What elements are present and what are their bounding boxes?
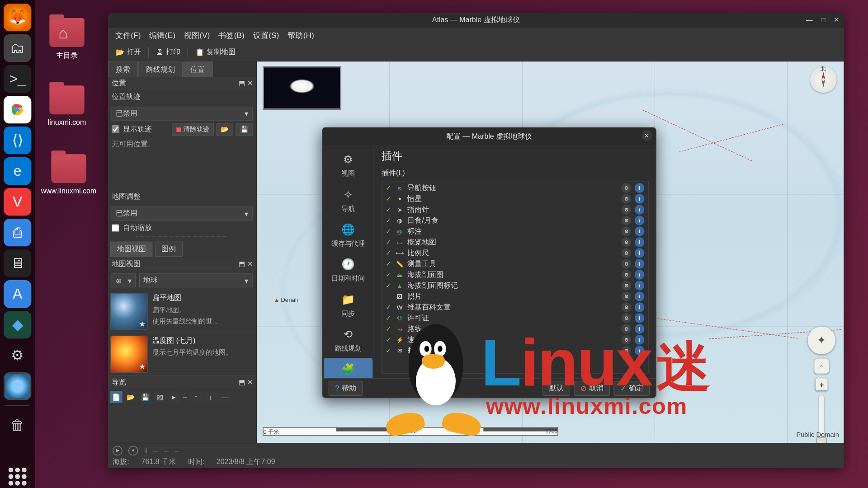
projection-combo[interactable]: ⊕▾ xyxy=(112,273,136,287)
plugin-info-button[interactable]: i xyxy=(635,205,644,214)
dock-terminal[interactable]: >_ xyxy=(4,65,31,93)
dialog-titlebar[interactable]: 配置 — Marble 虚拟地球仪 ✕ xyxy=(322,128,656,145)
nav-pan[interactable]: ✦ xyxy=(808,327,835,354)
map-theme-atlas[interactable]: ★ 扁平地图扁平地图。使用矢量线绘制的世... xyxy=(108,291,256,333)
copy-map-button[interactable]: 📋复制地图 xyxy=(192,45,239,59)
dock-vivaldi[interactable]: V xyxy=(4,188,31,216)
plugin-config-button[interactable]: ⚙ xyxy=(622,194,631,203)
plugin-info-button[interactable]: i xyxy=(635,302,644,312)
auto-zoom-checkbox[interactable] xyxy=(112,224,119,232)
plugin-row[interactable]: ✓▲海拔剖面图标记⚙i xyxy=(383,280,647,291)
plugin-row[interactable]: ✓✦恒星⚙i xyxy=(383,193,647,204)
tab-search[interactable]: 搜索 xyxy=(108,61,138,77)
plugin-config-button[interactable]: ⚙ xyxy=(622,335,631,344)
plugin-row[interactable]: ✓📏测量工具⚙i xyxy=(383,258,647,269)
plugin-config-button[interactable]: ⚙ xyxy=(622,302,631,312)
dock-files[interactable]: 🗂 xyxy=(4,34,31,62)
open-button[interactable]: 📂打开 xyxy=(112,45,145,59)
sidebar-item-routing[interactable]: ⟲路线规划 xyxy=(324,323,373,357)
plugin-row[interactable]: ✓▭概览地图⚙i xyxy=(383,237,647,248)
tab-map-view[interactable]: 地图视图 xyxy=(110,242,152,257)
dock-settings[interactable]: ⚙ xyxy=(4,342,31,369)
plugin-info-button[interactable]: i xyxy=(635,259,644,268)
plugin-list[interactable]: ✓⎋导航按钮⚙i✓✦恒星⚙i✓➤指南针⚙i✓◑日食/月食⚙i✓◎标注⚙i✓▭概览… xyxy=(382,181,649,374)
tab-position[interactable]: 位置 xyxy=(183,61,213,77)
map-adjust-combo[interactable]: 已禁用▾ xyxy=(112,206,253,221)
dock-firefox[interactable]: 🦊 xyxy=(4,4,31,31)
map-theme-temp[interactable]: ★ 温度图 (七月)显示七月平均温度的地图。 xyxy=(108,333,256,376)
dock-software[interactable]: A xyxy=(4,280,31,308)
plugin-info-button[interactable]: i xyxy=(635,226,644,236)
plugin-row[interactable]: ✓◎标注⚙i xyxy=(383,226,647,237)
nav-remove-icon[interactable]: — xyxy=(219,391,231,403)
plugin-config-button[interactable]: ⚙ xyxy=(622,259,631,268)
dock-retro[interactable]: 🖥 xyxy=(4,249,31,277)
plugin-config-button[interactable]: ⚙ xyxy=(622,205,631,214)
dock-vscode[interactable]: ⟨⟩ xyxy=(4,127,31,154)
close-icon[interactable]: ✕ xyxy=(247,260,253,268)
desktop-folder-2[interactable]: www.linuxmi.com xyxy=(39,154,99,195)
cancel-button[interactable]: ⊘取消 xyxy=(574,381,610,396)
plugin-config-button[interactable]: ⚙ xyxy=(622,226,631,236)
dialog-close-button[interactable]: ✕ xyxy=(642,130,652,141)
minimize-button[interactable]: — xyxy=(806,16,813,24)
menu-help[interactable]: 帮助(H) xyxy=(284,29,318,42)
nav-home-button[interactable]: ⌂ xyxy=(814,359,829,374)
dock-marble[interactable] xyxy=(4,372,31,400)
plugin-row[interactable]: ✓W维基百科文章⚙i xyxy=(383,302,647,313)
compass-widget[interactable]: 北 xyxy=(810,66,837,93)
time-scrubber-icon[interactable]: ⦀ xyxy=(144,446,147,455)
dock-screenshot[interactable]: ⎙ xyxy=(4,219,31,246)
ok-button[interactable]: ✓确定 xyxy=(613,381,650,396)
sidebar-item-sync[interactable]: 📁同步 xyxy=(324,288,373,322)
nav-file-icon[interactable]: 📄 xyxy=(110,391,123,403)
close-button[interactable]: ✕ xyxy=(834,16,839,24)
plugin-info-button[interactable]: i xyxy=(635,270,644,279)
position-provider-combo[interactable]: 已禁用▾ xyxy=(112,107,253,121)
star-icon[interactable]: ★ xyxy=(139,319,146,328)
defaults-button[interactable]: 默认 xyxy=(542,381,570,396)
sidebar-item-cache[interactable]: 🌐缓存与代理 xyxy=(324,218,373,252)
tab-routing[interactable]: 路线规划 xyxy=(138,61,183,77)
plugin-row[interactable]: ✓©许可证⚙i xyxy=(383,313,647,324)
print-button[interactable]: 🖶打印 xyxy=(152,45,184,59)
dock-trash[interactable]: 🗑 xyxy=(4,412,31,439)
plugin-row[interactable]: ✓➤指南针⚙i xyxy=(383,204,647,215)
sidebar-item-nav[interactable]: ✧导航 xyxy=(324,183,373,217)
plugin-row[interactable]: ✓⟷比例尺⚙i xyxy=(383,248,647,258)
plugin-config-button[interactable]: ⚙ xyxy=(622,281,631,290)
detach-icon[interactable]: ⬒ xyxy=(239,260,245,268)
nav-open-icon[interactable]: 📂 xyxy=(125,391,137,403)
plugin-info-button[interactable]: i xyxy=(635,291,644,301)
dock-chrome[interactable] xyxy=(4,96,31,123)
plugin-config-button[interactable]: ⚙ xyxy=(622,216,631,225)
nav-down-icon[interactable]: ↓ xyxy=(204,391,217,403)
overview-map[interactable] xyxy=(263,66,341,110)
play-button[interactable]: ▶ xyxy=(113,446,122,455)
tab-legend[interactable]: 图例 xyxy=(155,242,183,257)
maximize-button[interactable]: □ xyxy=(821,16,825,24)
close-panel-icon[interactable]: ✕ xyxy=(247,80,253,87)
celestial-combo[interactable]: 地球▾ xyxy=(139,273,253,287)
plugin-row[interactable]: ✓⛰海拔剖面图⚙i xyxy=(383,269,647,280)
record-button[interactable]: ● xyxy=(128,446,138,455)
plugin-row[interactable]: 🖼照片⚙i xyxy=(383,291,647,302)
plugin-info-button[interactable]: i xyxy=(635,346,644,355)
plugin-config-button[interactable]: ⚙ xyxy=(622,346,631,355)
desktop-home[interactable]: ⌂ 主目录 xyxy=(43,18,91,61)
plugin-row[interactable]: ✓⎋导航按钮⚙i xyxy=(383,183,647,193)
plugin-config-button[interactable]: ⚙ xyxy=(622,237,631,247)
help-button[interactable]: ?帮助 xyxy=(329,381,363,396)
menu-settings[interactable]: 设置(S) xyxy=(250,29,283,42)
plugin-info-button[interactable]: i xyxy=(635,237,644,247)
plugin-config-button[interactable]: ⚙ xyxy=(622,183,631,192)
plugin-info-button[interactable]: i xyxy=(635,183,644,192)
plugin-info-button[interactable]: i xyxy=(635,335,644,344)
zoom-handle[interactable] xyxy=(816,437,827,443)
plugin-config-button[interactable]: ⚙ xyxy=(622,324,631,333)
plugin-config-button[interactable]: ⚙ xyxy=(622,291,631,301)
nav-flag-icon[interactable]: ▨ xyxy=(154,391,166,403)
plugin-info-button[interactable]: i xyxy=(635,216,644,225)
plugin-config-button[interactable]: ⚙ xyxy=(622,270,631,279)
detach-icon[interactable]: ⬒ xyxy=(239,80,245,87)
